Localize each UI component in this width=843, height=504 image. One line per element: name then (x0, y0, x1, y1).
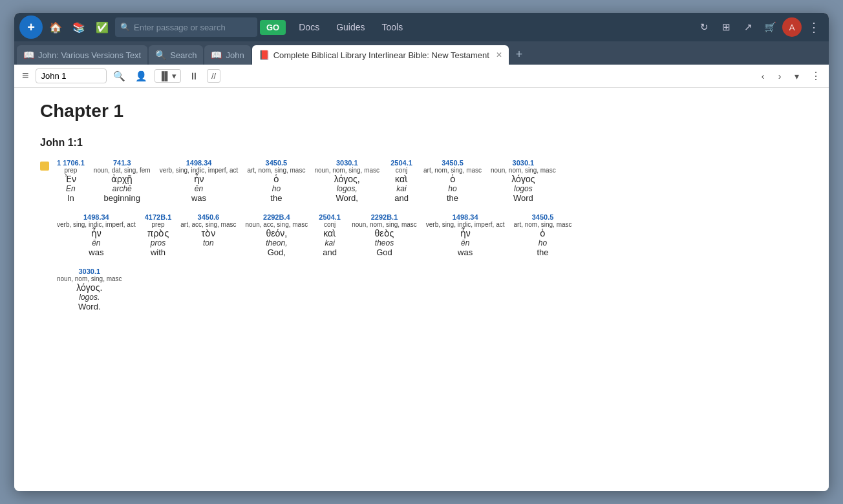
english-1-6: and (394, 193, 409, 203)
translit-2-3: ton (203, 238, 214, 247)
nav-links: Docs Guides Tools (291, 19, 411, 35)
tab-label-2: Search (170, 50, 197, 60)
word-group-2-5[interactable]: 2504.1 conj καὶ kai and (317, 213, 343, 257)
verse-reference: John 1:1 (40, 137, 803, 149)
grammar-2-7: verb, sing, indic, imperf, act (426, 221, 505, 228)
word-group-1-1[interactable]: 1 1706.1 prep Ἐν En In (57, 159, 85, 203)
nav-prev-button[interactable]: ‹ (755, 68, 771, 84)
grammar-2-6: noun, nom, sing, masc (352, 221, 417, 228)
highlight-button[interactable]: ▐▌ ▾ (155, 69, 181, 83)
english-1-4: the (270, 193, 282, 203)
greek-2-3: τὸν (202, 228, 216, 238)
grammar-2-1: verb, sing, indic, imperf, act (57, 221, 136, 228)
parallel-button[interactable]: // (207, 69, 220, 83)
grammar-2-3: art, acc, sing, masc (180, 221, 236, 228)
library-icon-btn[interactable]: 📚 (69, 17, 89, 37)
search-input[interactable] (134, 23, 252, 32)
word-group-2-4[interactable]: 2292B.4 noun, acc, sing, masc θεόν, theo… (245, 213, 308, 257)
go-button[interactable]: GO (260, 20, 286, 35)
nav-dropdown-button[interactable]: ▾ (789, 68, 804, 84)
translit-2-7: ēn (461, 238, 469, 247)
word-group-1-3[interactable]: 1498.34 verb, sing, indic, imperf, act ἦ… (160, 159, 239, 203)
panel-icon[interactable]: ↗ (738, 17, 758, 37)
tab-icon-3: 📖 (211, 50, 222, 60)
person-icon[interactable]: 👤 (133, 67, 151, 85)
word-group-1-8[interactable]: 3030.1 noun, nom, sing, masc λόγος logos… (491, 159, 556, 203)
word-group-1-7[interactable]: 3450.5 art, nom, sing, masc ὁ ho the (423, 159, 482, 203)
translit-1-8: logos (514, 184, 533, 193)
word-group-1-5[interactable]: 3030.1 noun, nom, sing, masc λόγος, logo… (314, 159, 379, 203)
highlight-icon: ▐▌ (159, 71, 171, 81)
content-area[interactable]: Chapter 1 John 1:1 1 1706.1 prep Ἐν En I… (14, 88, 829, 491)
translit-2-1: ēn (92, 238, 100, 247)
greek-2-7: ἦν (460, 228, 471, 238)
translit-1-6: kai (396, 184, 406, 193)
layout-icon[interactable]: ⊞ (716, 17, 736, 37)
tab-close-4[interactable]: ✕ (496, 50, 502, 59)
translit-2-8: ho (539, 238, 547, 247)
word-group-1-2[interactable]: 741.3 noun, dat, sing, fem ἀρχῇ archē be… (94, 159, 151, 203)
word-group-1-4[interactable]: 3450.5 art, nom, sing, masc ὁ ho the (247, 159, 305, 203)
word-group-3-1[interactable]: 3030.1 noun, nom, sing, masc λόγος. logo… (57, 268, 122, 311)
more-icon[interactable]: ⋮ (804, 17, 824, 37)
nav-tools[interactable]: Tools (374, 19, 411, 35)
word-group-1-6[interactable]: 2504.1 conj καὶ kai and (389, 159, 414, 203)
grammar-2-8: art, nom, sing, masc (514, 221, 572, 228)
home-icon-btn[interactable]: 🏠 (45, 17, 66, 37)
grammar-2-5: conj (324, 221, 336, 228)
avatar[interactable]: A (782, 17, 802, 37)
grammar-1-2: noun, dat, sing, fem (94, 167, 151, 174)
cart-icon[interactable]: 🛒 (760, 17, 780, 37)
english-1-5: Word, (336, 193, 358, 203)
translit-3-1: logos. (79, 293, 100, 302)
strongs-1-5: 3030.1 (336, 159, 358, 167)
checklist-icon-btn[interactable]: ✅ (92, 17, 112, 37)
word-group-2-2[interactable]: 4172B.1 prep πρὸς pros with (145, 213, 172, 257)
hamburger-button[interactable]: ≡ (19, 68, 32, 84)
word-group-2-8[interactable]: 3450.5 art, nom, sing, masc ὁ ho the (514, 213, 572, 257)
english-1-8: Word (513, 193, 533, 203)
translit-1-2: archē (112, 184, 132, 193)
translit-1-5: logos, (337, 184, 357, 193)
grammar-1-3: verb, sing, indic, imperf, act (160, 167, 239, 174)
translit-2-5: kai (325, 238, 335, 247)
word-group-2-1[interactable]: 1498.34 verb, sing, indic, imperf, act ἦ… (57, 213, 136, 257)
logo-button[interactable]: + (19, 16, 43, 39)
pause-icon[interactable]: ⏸ (185, 67, 203, 85)
translit-1-7: ho (448, 184, 456, 193)
toolbar-right: ↻ ⊞ ↗ 🛒 A ⋮ (694, 17, 824, 37)
greek-1-2: ἀρχῇ (111, 174, 133, 184)
strongs-1-7: 3450.5 (442, 159, 464, 167)
grammar-2-4: noun, acc, sing, masc (245, 221, 308, 228)
strongs-2-3: 3450.6 (198, 213, 220, 221)
tab-label-3: John (226, 50, 244, 60)
word-group-2-3[interactable]: 3450.6 art, acc, sing, masc τὸν ton (180, 213, 236, 247)
sync-icon[interactable]: ↻ (694, 17, 714, 37)
grammar-2-2: prep (152, 221, 165, 228)
tab-john-versions[interactable]: 📖 John: Various Versions Text (17, 45, 147, 65)
tab-interlinear[interactable]: 📕 Complete Biblical Library Interlinear … (252, 45, 509, 65)
nav-next-button[interactable]: › (772, 68, 787, 84)
search-bar: 🔍 (115, 17, 257, 37)
verse-block-line1: 1 1706.1 prep Ἐν En In 741.3 noun, dat, … (40, 159, 803, 203)
grammar-1-5: noun, nom, sing, masc (314, 167, 379, 174)
english-2-6: God (376, 247, 392, 257)
strongs-2-2: 4172B.1 (145, 213, 172, 221)
content-more-button[interactable]: ⋮ (808, 68, 824, 83)
word-group-2-7[interactable]: 1498.34 verb, sing, indic, imperf, act ἦ… (426, 213, 505, 257)
grammar-1-6: conj (396, 167, 407, 174)
nav-docs[interactable]: Docs (291, 19, 327, 35)
english-3-1: Word. (78, 302, 100, 311)
passage-input[interactable] (36, 68, 107, 83)
tab-icon-2: 🔍 (155, 50, 166, 60)
tab-add-button[interactable]: + (510, 45, 528, 63)
search-passage-icon[interactable]: 🔍 (111, 67, 129, 85)
tab-search[interactable]: 🔍 Search (149, 45, 203, 65)
greek-1-3: ἦν (194, 174, 204, 184)
word-group-2-6[interactable]: 2292B.1 noun, nom, sing, masc θεὸς theos… (352, 213, 417, 257)
tab-john[interactable]: 📖 John (204, 45, 250, 65)
nav-guides[interactable]: Guides (328, 19, 372, 35)
greek-1-7: ὁ (450, 174, 456, 184)
strongs-1-1: 1 1706.1 (57, 159, 85, 167)
grammar-1-1: prep (64, 167, 77, 174)
